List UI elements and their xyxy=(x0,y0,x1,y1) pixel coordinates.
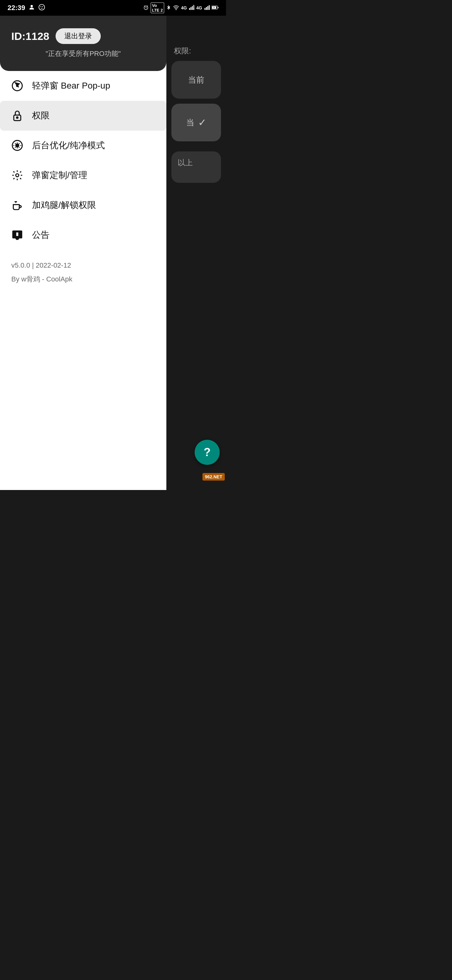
svg-point-0 xyxy=(31,5,33,7)
svg-rect-10 xyxy=(205,8,206,10)
svg-point-5 xyxy=(176,9,176,10)
alarm-icon xyxy=(143,5,149,11)
menu-label-add-unlock: 加鸡腿/解锁权限 xyxy=(32,199,96,211)
svg-rect-11 xyxy=(206,7,207,10)
svg-point-23 xyxy=(16,174,19,177)
svg-rect-6 xyxy=(189,8,190,10)
author-text: By w骨鸡 - CoolApk xyxy=(11,272,155,291)
fab-icon: ? xyxy=(204,446,211,459)
menu-label-permissions: 权限 xyxy=(32,110,49,122)
menu-item-bear-popup[interactable]: 轻弹窗 Bear Pop-up xyxy=(0,71,167,101)
svg-rect-13 xyxy=(209,5,210,10)
svg-rect-26 xyxy=(16,232,18,233)
fab-button[interactable]: ? xyxy=(195,440,220,465)
menu-label-bg-optimize: 后台优化/纯净模式 xyxy=(32,140,105,151)
menu-footer: v5.0.0 | 2022-02-12 By w骨鸡 - CoolApk xyxy=(0,250,167,294)
permissions-label: 权限: xyxy=(174,46,191,56)
right-panel: 权限: 当前 当 ✓ 以上 ? xyxy=(167,16,226,490)
menu-item-bg-optimize[interactable]: 后台优化/纯净模式 xyxy=(0,130,167,161)
notice-icon xyxy=(11,229,23,241)
right-btn-check[interactable]: 当 ✓ xyxy=(171,103,221,142)
svg-point-3 xyxy=(42,6,43,7)
signal-icon xyxy=(189,5,194,11)
svg-point-1 xyxy=(39,4,44,10)
svg-point-22 xyxy=(16,144,19,147)
gear-icon xyxy=(11,169,23,181)
menu-item-permissions[interactable]: 权限 xyxy=(0,101,167,130)
checkmark-icon: ✓ xyxy=(198,116,206,129)
battery-icon xyxy=(212,5,219,11)
menu-item-add-unlock[interactable]: 加鸡腿/解锁权限 xyxy=(0,190,167,220)
menu-label-notice: 公告 xyxy=(32,229,49,241)
volte-label: VoLTE 2 xyxy=(151,3,164,13)
coffee-icon xyxy=(11,199,23,211)
svg-rect-8 xyxy=(192,6,193,10)
menu-item-notice[interactable]: 公告 xyxy=(0,220,167,250)
menu-label-bear-popup: 轻弹窗 Bear Pop-up xyxy=(32,80,110,92)
watermark: 962.NET xyxy=(203,473,225,480)
menu-item-popup-manage[interactable]: 弹窗定制/管理 xyxy=(0,161,167,190)
bluetooth-icon xyxy=(166,5,171,11)
right-btn-below-text: 以上 xyxy=(171,151,221,174)
logout-button[interactable]: 退出登录 xyxy=(56,28,101,44)
signal-icon2 xyxy=(204,5,210,11)
svg-rect-15 xyxy=(218,6,219,8)
user-header: ID:1128 退出登录 "正在享受所有PRO功能" xyxy=(0,16,167,71)
svg-point-2 xyxy=(41,6,41,7)
4g-label1: 4G xyxy=(181,5,187,10)
menu-list: 轻弹窗 Bear Pop-up 权限 xyxy=(0,71,167,490)
speedometer-icon xyxy=(11,80,23,92)
portrait-icon xyxy=(28,4,35,12)
svg-rect-7 xyxy=(190,7,192,10)
menu-label-popup-manage: 弹窗定制/管理 xyxy=(32,169,87,181)
right-btn-check-prefix: 当 xyxy=(186,117,194,128)
face-icon xyxy=(38,4,45,12)
version-text: v5.0.0 | 2022-02-12 xyxy=(11,256,155,272)
status-right: VoLTE 2 4G 4G xyxy=(143,3,219,13)
right-btn-1-text: 当前 xyxy=(188,75,205,86)
lock-icon xyxy=(11,110,23,122)
status-time: 22:39 xyxy=(8,4,25,12)
svg-point-18 xyxy=(17,85,18,87)
drawer: ID:1128 退出登录 "正在享受所有PRO功能" 轻弹窗 Bear xyxy=(0,16,167,490)
right-btn-1[interactable]: 当前 xyxy=(171,61,221,99)
svg-point-20 xyxy=(17,117,18,118)
user-subtitle: "正在享受所有PRO功能" xyxy=(11,49,155,59)
right-btn-below[interactable]: 以上 xyxy=(171,151,221,183)
user-header-row: ID:1128 退出登录 xyxy=(11,28,155,44)
user-id: ID:1128 xyxy=(11,30,49,42)
speedometer2-icon xyxy=(11,140,23,151)
wifi-icon xyxy=(173,5,179,11)
status-bar: 22:39 VoLTE 2 xyxy=(0,0,226,16)
svg-rect-12 xyxy=(208,6,208,10)
main-layout: ID:1128 退出登录 "正在享受所有PRO功能" 轻弹窗 Bear xyxy=(0,16,226,490)
status-left: 22:39 xyxy=(8,4,45,12)
4g-label2: 4G xyxy=(196,5,202,10)
